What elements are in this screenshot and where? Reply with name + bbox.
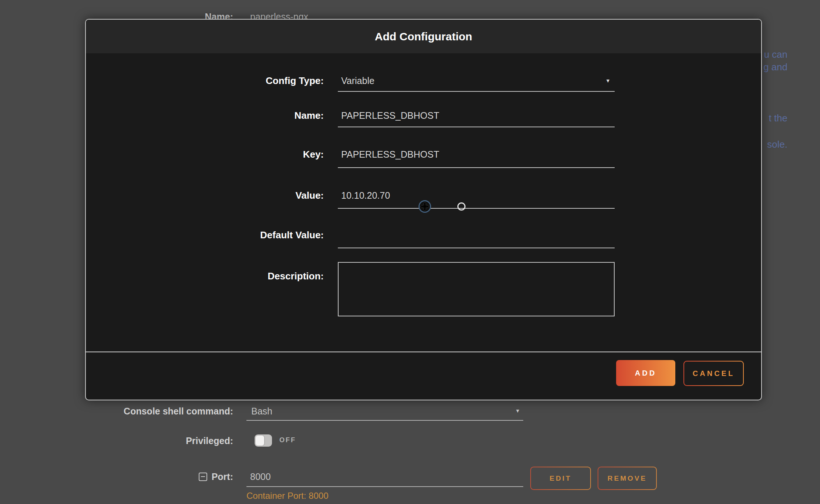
move-cursor: [417, 198, 433, 215]
description-textarea[interactable]: [338, 262, 615, 316]
value-label: Value:: [295, 190, 324, 201]
dialog-title: Add Configuration: [375, 30, 472, 43]
name-underline: [338, 127, 615, 127]
chevron-down-icon[interactable]: ▼: [515, 408, 520, 414]
key-underline: [338, 167, 615, 168]
cancel-button[interactable]: CANCEL: [683, 361, 744, 386]
port-value[interactable]: 8000: [250, 471, 271, 482]
console-shell-underline: [246, 420, 523, 421]
privileged-toggle[interactable]: [255, 434, 272, 447]
value-underline: [338, 208, 615, 209]
cursor-ring: [457, 202, 466, 211]
value-input[interactable]: 10.10.20.70: [341, 190, 390, 201]
description-label: Description:: [268, 271, 324, 282]
toggle-knob: [256, 436, 264, 446]
default-value-label: Default Value:: [260, 229, 324, 241]
help-text-fragment: sole.: [767, 139, 787, 150]
port-underline: [246, 486, 523, 487]
dialog-footer-divider: [86, 352, 761, 352]
config-type-underline: [338, 91, 615, 92]
config-type-label: Config Type:: [266, 75, 324, 87]
default-value-underline: [338, 248, 615, 248]
edit-button[interactable]: EDIT: [530, 467, 591, 490]
console-shell-value[interactable]: Bash: [251, 406, 272, 417]
help-text-fragment: g and: [763, 61, 787, 73]
help-text-fragment: u can: [764, 49, 787, 60]
container-port-note: Container Port: 8000: [246, 491, 328, 501]
help-text-fragment: t the: [769, 112, 787, 124]
name-input[interactable]: PAPERLESS_DBHOST: [341, 110, 439, 121]
privileged-state: OFF: [279, 436, 296, 444]
privileged-label: Privileged:: [85, 436, 233, 446]
key-label: Key:: [303, 149, 324, 160]
chevron-down-icon[interactable]: ▼: [605, 78, 611, 84]
screen: Name: paperless-ngx u can g and t the so…: [0, 0, 820, 504]
console-shell-label: Console shell command:: [85, 406, 233, 417]
name-label: Name:: [295, 110, 324, 121]
add-button[interactable]: ADD: [616, 360, 675, 386]
key-input[interactable]: PAPERLESS_DBHOST: [341, 149, 439, 160]
remove-button[interactable]: REMOVE: [598, 467, 657, 490]
dialog-header: Add Configuration: [86, 20, 761, 53]
config-type-select[interactable]: Variable: [341, 75, 374, 86]
port-label: Port:: [159, 471, 233, 482]
